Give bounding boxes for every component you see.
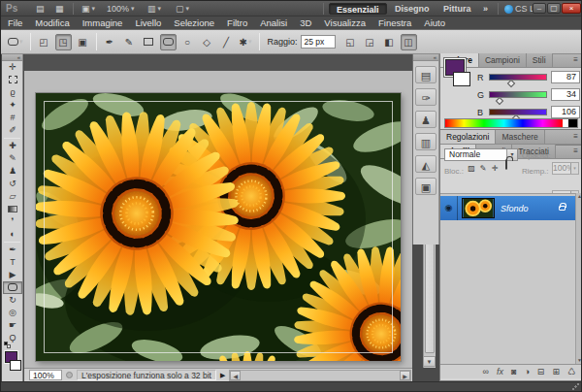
move-tool[interactable]: ✛ bbox=[3, 61, 22, 74]
tools-collapse-handle[interactable]: « bbox=[2, 54, 22, 61]
radius-input[interactable]: 25 px bbox=[301, 35, 336, 49]
type-tool[interactable]: T bbox=[3, 256, 22, 269]
history-brush-tool[interactable]: ↺ bbox=[3, 178, 22, 190]
canvas-image[interactable] bbox=[36, 93, 401, 361]
dodge-tool[interactable]: ◐ bbox=[3, 228, 22, 241]
hand-tool[interactable]: ☛ bbox=[3, 319, 22, 332]
intersect-path-area-button[interactable]: ◧ bbox=[381, 34, 398, 50]
menu-livello[interactable]: Livello bbox=[135, 17, 161, 28]
shape-layers-mode-button[interactable]: ◰ bbox=[36, 34, 52, 50]
scroll-down-icon[interactable]: ▼ bbox=[423, 356, 436, 367]
minimize-button[interactable]: – bbox=[533, 3, 546, 14]
green-value-input[interactable]: 34 bbox=[551, 88, 580, 101]
marquee-tool[interactable] bbox=[3, 74, 22, 86]
panel-menu-icon[interactable]: ≡ bbox=[569, 53, 582, 67]
crop-tool[interactable]: # bbox=[3, 112, 22, 124]
info-panel-icon[interactable]: ▥ bbox=[415, 133, 436, 150]
scroll-down-icon[interactable]: ▼ bbox=[576, 357, 582, 363]
scroll-up-icon[interactable]: ▲ bbox=[576, 193, 582, 199]
status-zoom-input[interactable]: 100% bbox=[29, 370, 62, 380]
red-value-input[interactable]: 87 bbox=[551, 71, 580, 83]
chevron-down-icon[interactable]: ▾ bbox=[570, 163, 578, 174]
brush-presets-panel-icon[interactable]: ✑ bbox=[415, 88, 436, 106]
bridge-icon[interactable]: ▤ bbox=[33, 3, 48, 15]
horizontal-scrollbar[interactable]: ◀ ▶ bbox=[229, 370, 411, 381]
delete-layer-icon[interactable]: ♺ bbox=[567, 365, 575, 378]
freeform-pen-button[interactable]: ✎ bbox=[121, 34, 138, 50]
panel-menu-icon[interactable]: ≡ bbox=[569, 130, 582, 144]
green-slider[interactable] bbox=[489, 91, 547, 98]
exclude-path-area-button[interactable]: ◫ bbox=[401, 34, 417, 50]
pen-tool-button[interactable]: ✒ bbox=[102, 34, 118, 50]
menu-selezione[interactable]: Selezione bbox=[174, 17, 214, 28]
polygon-shape-button[interactable]: ◇ bbox=[199, 34, 215, 50]
layer-style-icon[interactable]: fx bbox=[497, 365, 503, 378]
tool-preset-picker[interactable]: ▾ bbox=[6, 34, 25, 50]
close-button[interactable]: × bbox=[562, 3, 581, 14]
workspace-disegno[interactable]: Disegno bbox=[388, 3, 436, 15]
background-color-swatch[interactable] bbox=[10, 360, 21, 371]
path-selection-tool[interactable]: ▶ bbox=[3, 269, 22, 281]
layer-mask-icon[interactable]: ◙ bbox=[511, 365, 516, 378]
mini-bridge-panel-icon[interactable]: ▤ bbox=[415, 66, 436, 83]
screen-mode-button[interactable]: ▢▾ bbox=[173, 3, 192, 15]
arrange-documents-button[interactable]: ▥▾ bbox=[145, 3, 164, 15]
tab-stili[interactable]: Stili bbox=[527, 53, 553, 67]
resize-grip[interactable] bbox=[571, 382, 580, 391]
rectangle-shape-button[interactable] bbox=[141, 34, 157, 50]
workspace-overflow-button[interactable]: » bbox=[480, 3, 491, 15]
menu-immagine[interactable]: Immagine bbox=[82, 17, 123, 28]
menu-modifica[interactable]: Modifica bbox=[35, 17, 69, 28]
menu-visualizza[interactable]: Visualizza bbox=[324, 17, 366, 28]
paths-mode-button[interactable]: ◳ bbox=[55, 34, 72, 50]
layer-row-sfondo[interactable]: ◉ Sfondo bbox=[440, 196, 575, 220]
3d-rotate-tool[interactable]: ↻ bbox=[3, 294, 22, 307]
panel-menu-icon[interactable]: ≡ bbox=[569, 145, 582, 158]
opacity-input[interactable]: 100% ▾ bbox=[552, 162, 579, 175]
line-shape-button[interactable]: ╱ bbox=[218, 34, 235, 50]
brush-tool[interactable]: ✎ bbox=[3, 152, 22, 165]
adjustment-layer-icon[interactable]: ◑ bbox=[524, 365, 529, 378]
red-slider[interactable] bbox=[489, 74, 547, 81]
new-layer-icon[interactable]: ⊞ bbox=[552, 365, 560, 378]
tab-regolazioni[interactable]: Regolazioni bbox=[440, 130, 496, 144]
status-menu-arrow-icon[interactable]: ▶ bbox=[220, 372, 225, 379]
layer-comps-panel-icon[interactable]: ▣ bbox=[415, 178, 436, 195]
tab-maschere[interactable]: Maschere bbox=[496, 130, 544, 144]
spectrum-black[interactable] bbox=[568, 119, 577, 127]
clone-source-panel-icon[interactable]: ♟ bbox=[415, 111, 436, 128]
pen-tool[interactable]: ✒ bbox=[3, 244, 22, 256]
eraser-tool[interactable]: ▱ bbox=[3, 190, 22, 203]
view-extras-button[interactable]: ▣▾ bbox=[79, 3, 98, 15]
menu-aiuto[interactable]: Aiuto bbox=[424, 17, 445, 28]
canvas-area[interactable]: ▲ ▼ bbox=[24, 71, 412, 368]
subtract-path-area-button[interactable]: ◲ bbox=[362, 34, 378, 50]
blue-slider[interactable] bbox=[489, 109, 547, 115]
new-group-icon[interactable]: ⊟ bbox=[537, 365, 545, 378]
3d-roll-tool[interactable]: ◎ bbox=[3, 307, 22, 319]
green-slider-thumb[interactable] bbox=[496, 97, 503, 105]
maximize-button[interactable]: ▢ bbox=[547, 3, 561, 14]
menu-filtro[interactable]: Filtro bbox=[227, 17, 247, 28]
blur-tool[interactable]: ❜ bbox=[3, 215, 22, 228]
lasso-tool[interactable]: ϱ bbox=[3, 86, 22, 99]
rounded-rectangle-tool[interactable] bbox=[3, 281, 22, 294]
lock-pixels-button[interactable]: ✎ bbox=[477, 163, 489, 175]
eyedropper-tool[interactable]: ✐ bbox=[3, 124, 22, 137]
background-color-swatch[interactable] bbox=[453, 72, 470, 86]
lock-transparency-button[interactable]: ▨ bbox=[466, 163, 477, 175]
3d-panel-icon[interactable]: ◭ bbox=[415, 155, 436, 173]
clone-stamp-tool[interactable]: ♟ bbox=[3, 165, 22, 178]
rounded-rectangle-shape-button[interactable] bbox=[160, 34, 177, 50]
ellipse-shape-button[interactable]: ○ bbox=[179, 34, 196, 50]
healing-brush-tool[interactable]: ✚ bbox=[3, 140, 22, 152]
menu-3d[interactable]: 3D bbox=[300, 17, 311, 28]
link-layers-icon[interactable]: ∞ bbox=[483, 365, 489, 378]
lock-all-button[interactable] bbox=[501, 159, 512, 171]
lock-position-button[interactable]: ✛ bbox=[489, 163, 501, 175]
workspace-pittura[interactable]: Pittura bbox=[436, 3, 478, 15]
red-slider-thumb[interactable] bbox=[507, 80, 515, 87]
scroll-left-icon[interactable]: ◀ bbox=[230, 371, 241, 380]
tab-campioni[interactable]: Campioni bbox=[479, 53, 527, 67]
scroll-right-icon[interactable]: ▶ bbox=[400, 371, 410, 380]
